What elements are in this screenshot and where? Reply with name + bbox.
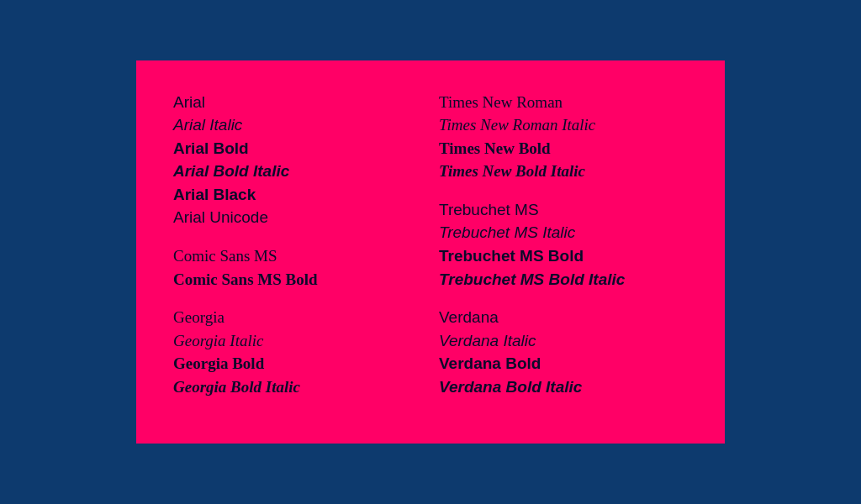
font-entry: Verdana Bold <box>439 352 688 375</box>
font-entry: Comic Sans MS <box>173 244 422 268</box>
font-entry: Comic Sans MS Bold <box>173 268 422 291</box>
font-entry: Times New Roman <box>439 91 688 114</box>
font-group: ArialArial ItalicArial BoldArial Bold It… <box>173 91 422 229</box>
font-entry: Georgia <box>173 306 422 329</box>
font-entry: Verdana <box>439 306 688 329</box>
font-entry: Arial Bold <box>173 137 422 160</box>
font-entry: Arial Bold Italic <box>173 160 422 183</box>
font-entry: Times New Bold Italic <box>439 160 688 183</box>
font-entry: Times New Bold <box>439 137 688 160</box>
font-entry: Trebuchet MS Italic <box>439 221 688 244</box>
font-entry: Trebuchet MS Bold Italic <box>439 268 688 291</box>
font-group: VerdanaVerdana ItalicVerdana BoldVerdana… <box>439 306 688 398</box>
font-entry: Georgia Bold Italic <box>173 375 422 399</box>
font-entry: Trebuchet MS Bold <box>439 244 688 268</box>
font-group: Comic Sans MSComic Sans MS Bold <box>173 244 422 291</box>
font-entry: Times New Roman Italic <box>439 113 688 137</box>
font-entry: Verdana Bold Italic <box>439 375 688 399</box>
font-entry: Trebuchet MS <box>439 198 688 222</box>
font-entry: Verdana Italic <box>439 329 688 353</box>
font-entry: Arial Unicode <box>173 206 422 229</box>
font-group: GeorgiaGeorgia ItalicGeorgia BoldGeorgia… <box>173 306 422 398</box>
font-entry: Arial Italic <box>173 113 422 137</box>
right-column: Times New RomanTimes New Roman ItalicTim… <box>439 91 688 414</box>
font-group: Trebuchet MSTrebuchet MS ItalicTrebuchet… <box>439 198 688 291</box>
font-entry: Georgia Italic <box>173 329 422 353</box>
font-entry: Arial <box>173 91 422 114</box>
font-entry: Georgia Bold <box>173 352 422 375</box>
font-group: Times New RomanTimes New Roman ItalicTim… <box>439 91 688 183</box>
left-column: ArialArial ItalicArial BoldArial Bold It… <box>173 91 422 414</box>
font-showcase-card: ArialArial ItalicArial BoldArial Bold It… <box>136 60 725 444</box>
font-entry: Arial Black <box>173 183 422 207</box>
